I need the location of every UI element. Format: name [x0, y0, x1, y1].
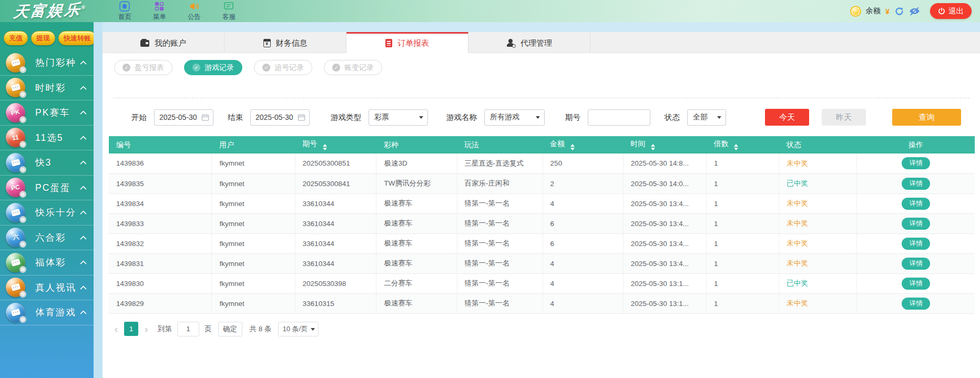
orders-table: 编号 用户 期号 彩种 玩法 金额 时间 倍数 状态 操作 1439836 fk… [109, 136, 975, 314]
check-circle-icon [262, 64, 270, 71]
detail-button[interactable]: 详情 [902, 278, 930, 290]
nav-menu[interactable]: 菜单 [148, 1, 170, 22]
total-count-label: 共 8 条 [250, 324, 272, 334]
cell-id: 1439833 [109, 213, 212, 233]
sort-icon[interactable] [651, 144, 655, 150]
page-size-select[interactable]: 10 条/页 [278, 322, 319, 336]
lottery-ball-icon [6, 53, 25, 73]
tab-finance-info[interactable]: 财务信息 [224, 32, 346, 53]
quick-button-2[interactable]: 快速转账 [58, 31, 96, 45]
game-type-select[interactable]: 彩票 [369, 109, 428, 126]
cell-time: 2025-05-30 13:4... [623, 193, 706, 213]
tab-agent-management[interactable]: 代理管理 [468, 32, 590, 53]
sidebar-item-6[interactable]: 快乐十分 [0, 200, 94, 226]
lottery-ball-icon: 六 [6, 228, 25, 247]
sidebar: 充值 提现 快速转账 热门彩种 时时彩 PK PK赛车 11 11选5 [0, 22, 94, 378]
cell-issue: 202505300851 [295, 154, 376, 173]
game-name-select[interactable]: 所有游戏 [484, 109, 545, 126]
detail-button[interactable]: 详情 [902, 238, 930, 250]
sidebar-item-1[interactable]: 时时彩 [0, 76, 94, 101]
report-document-icon [385, 39, 392, 47]
issue-label: 期号 [565, 113, 580, 122]
sidebar-item-5[interactable]: PC PC蛋蛋 [0, 176, 94, 201]
eye-off-icon[interactable] [909, 7, 920, 16]
ticket-icon [11, 159, 20, 167]
detail-button[interactable]: 详情 [902, 258, 930, 270]
tab-label: 我的账户 [155, 38, 186, 48]
logout-button[interactable]: 退出 [930, 3, 972, 19]
nav-service-label: 客服 [222, 13, 236, 22]
cell-time: 2025-05-30 14:0... [623, 173, 706, 193]
sidebar-item-3[interactable]: 11 11选5 [0, 126, 94, 151]
search-button[interactable]: 查询 [892, 109, 961, 126]
nav-announcement[interactable]: 公告 [183, 1, 205, 22]
sidebar-item-0[interactable]: 热门彩种 [0, 50, 94, 76]
table-row: 1439835 fkymnet 202505300841 TW腾讯分分彩 百家乐… [109, 173, 975, 193]
nav-menu-label: 菜单 [153, 13, 166, 22]
subtab-0[interactable]: 盈亏报表 [114, 60, 172, 75]
sort-icon[interactable] [323, 144, 327, 150]
start-date-input[interactable]: 2025-05-30 [154, 109, 213, 126]
chevron-up-icon [80, 160, 87, 167]
tab-bar: 我的账户 财务信息 订单报表 代理管理 [103, 32, 980, 53]
column-header-4: 玩法 [457, 136, 543, 154]
subtab-2[interactable]: 追号记录 [254, 60, 312, 75]
sidebar-item-10[interactable]: 体育游戏 [0, 300, 94, 325]
column-header-5[interactable]: 金额 [543, 136, 623, 154]
cell-issue: 20250530398 [295, 273, 376, 293]
sidebar-item-4[interactable]: 快3 [0, 150, 94, 176]
sidebar-item-7[interactable]: 六 六合彩 [0, 226, 94, 251]
ticket-icon [11, 259, 20, 267]
subtab-3[interactable]: 账变记录 [324, 60, 382, 75]
nav-service[interactable]: 客服 [218, 1, 240, 22]
sort-icon[interactable] [570, 144, 575, 150]
main-content: 我的账户 财务信息 订单报表 代理管理 盈亏报表 [103, 22, 980, 378]
cell-issue: 33610344 [295, 253, 376, 273]
today-button[interactable]: 今天 [765, 109, 809, 126]
column-header-6[interactable]: 时间 [623, 136, 706, 154]
agent-person-icon [506, 39, 515, 47]
column-header-7[interactable]: 倍数 [706, 136, 779, 154]
detail-button[interactable]: 详情 [902, 178, 930, 190]
ticket-icon [11, 209, 20, 217]
sidebar-item-9[interactable]: 真人视讯 [0, 275, 94, 301]
check-circle-icon [122, 64, 130, 71]
sidebar-item-2[interactable]: PK PK赛车 [0, 100, 94, 126]
end-date-input[interactable]: 2025-05-30 [250, 109, 310, 126]
sort-icon[interactable] [734, 144, 738, 150]
tab-my-account[interactable]: 我的账户 [103, 32, 224, 53]
detail-button[interactable]: 详情 [902, 198, 930, 210]
issue-input[interactable] [588, 109, 650, 126]
game-type-value: 彩票 [374, 113, 389, 122]
column-header-9: 操作 [857, 136, 975, 154]
subtab-1[interactable]: 游戏记录 [184, 60, 242, 75]
cell-user: fkymnet [212, 154, 295, 173]
column-header-2[interactable]: 期号 [295, 136, 376, 154]
sidebar-item-8[interactable]: 福体彩 [0, 250, 94, 275]
status-select[interactable]: 全部 [687, 109, 726, 126]
cell-time: 2025-05-30 13:4... [623, 233, 706, 253]
next-page-icon[interactable]: › [142, 324, 150, 334]
cell-time: 2025-05-30 13:1... [623, 293, 706, 313]
game-type-label: 游戏类型 [331, 113, 361, 122]
goto-page-input[interactable] [177, 322, 199, 336]
current-page-button[interactable]: 1 [124, 322, 138, 336]
cell-amount: 4 [543, 193, 623, 213]
prev-page-icon[interactable]: ‹ [112, 324, 120, 334]
quick-button-0[interactable]: 充值 [4, 31, 28, 45]
ticket-icon [11, 59, 20, 67]
detail-button[interactable]: 详情 [902, 157, 930, 169]
detail-button[interactable]: 详情 [902, 298, 930, 310]
tab-order-report[interactable]: 订单报表 [346, 32, 468, 53]
refresh-icon[interactable] [894, 6, 904, 16]
nav-home[interactable]: 首页 [114, 1, 136, 22]
confirm-button[interactable]: 确定 [218, 322, 242, 336]
cell-id: 1439830 [109, 273, 212, 293]
quick-button-1[interactable]: 提现 [31, 31, 55, 45]
home-icon [119, 1, 130, 12]
sidebar-gutter [94, 22, 103, 378]
status-badge: 未中奖 [779, 154, 857, 173]
quick-buttons: 充值 提现 快速转账 [0, 22, 94, 50]
detail-button[interactable]: 详情 [902, 218, 930, 230]
yesterday-button[interactable]: 昨天 [822, 109, 866, 126]
